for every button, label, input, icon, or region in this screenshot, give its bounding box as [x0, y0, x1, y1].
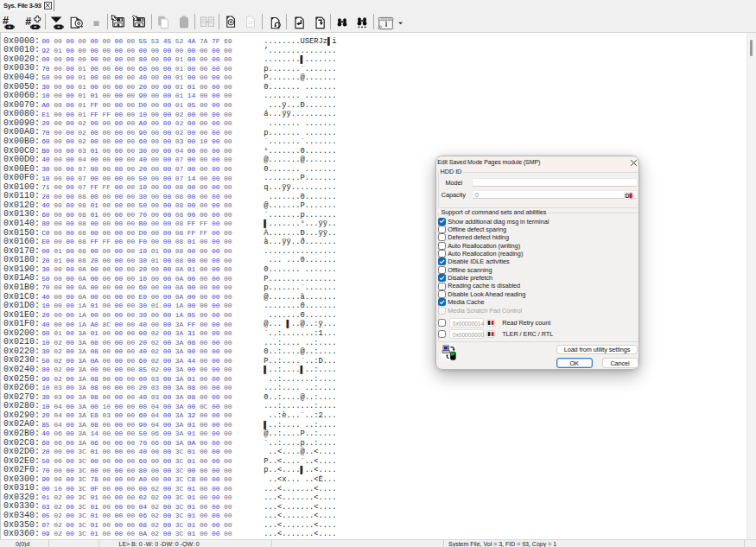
svg-text:#: #	[25, 16, 31, 28]
svg-text:D: D	[626, 193, 630, 199]
svg-text:123: 123	[247, 20, 255, 25]
